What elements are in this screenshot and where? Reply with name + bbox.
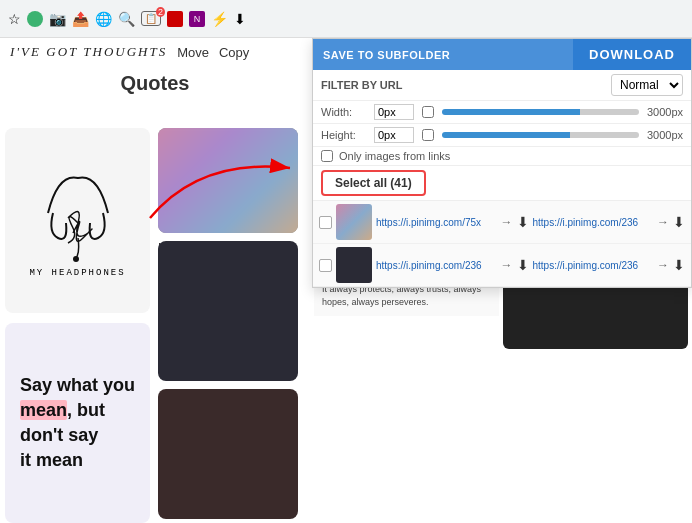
only-images-label: Only images from links xyxy=(339,150,450,162)
image-list: https://i.pinimg.com/75x → ⬇ https://i.p… xyxy=(313,201,691,287)
image-row-1: https://i.pinimg.com/75x → ⬇ https://i.p… xyxy=(313,201,691,244)
dark-image-2-content xyxy=(158,389,298,519)
blurred-image xyxy=(158,128,298,233)
width-min-input[interactable] xyxy=(374,104,414,120)
width-slider[interactable] xyxy=(442,109,639,115)
filter-input[interactable] xyxy=(408,76,605,94)
search-icon[interactable]: 🔍 xyxy=(118,11,135,27)
lightning-icon[interactable]: ⚡ xyxy=(211,11,228,27)
image-url-2: https://i.pinimg.com/236 xyxy=(376,260,497,271)
height-slider[interactable] xyxy=(442,132,639,138)
filter-by-url-label: FILTER BY URL xyxy=(321,79,402,91)
download-icon-2[interactable]: ⬇ xyxy=(517,257,529,273)
big-quote-card[interactable]: Say what you mean, but don't say it mean xyxy=(5,323,150,523)
select-all-button[interactable]: Select all (41) xyxy=(321,170,426,196)
image-checkbox-1[interactable] xyxy=(319,216,332,229)
svg-point-0 xyxy=(73,256,79,262)
camera-icon[interactable]: 📷 xyxy=(49,11,66,27)
only-images-row: Only images from links xyxy=(313,147,691,166)
purple-box-icon[interactable]: N xyxy=(189,11,205,27)
move-button[interactable]: Move xyxy=(177,45,209,60)
height-checkbox[interactable] xyxy=(422,129,434,141)
red-box-icon[interactable] xyxy=(167,11,183,27)
image-checkbox-2[interactable] xyxy=(319,259,332,272)
only-images-checkbox[interactable] xyxy=(321,150,333,162)
height-min-input[interactable] xyxy=(374,127,414,143)
arrow-icon-2b[interactable]: → xyxy=(657,258,669,272)
image-thumb-1 xyxy=(336,204,372,240)
dark-image-content xyxy=(158,241,298,381)
board-section: Quotes MY HEADPHONES xyxy=(0,68,310,99)
download-button[interactable]: DOWNLOAD xyxy=(573,39,691,70)
mean-highlight: mean xyxy=(20,400,67,420)
image-url-1b: https://i.pinimg.com/236 xyxy=(533,217,654,228)
copy-button[interactable]: Copy xyxy=(219,45,249,60)
pin-card-1[interactable] xyxy=(158,128,298,233)
downloader-panel: SAVE TO SUBFOLDER DOWNLOAD FILTER BY URL… xyxy=(312,38,692,288)
headphones-drawing xyxy=(28,163,128,263)
width-label: Width: xyxy=(321,106,366,118)
star-icon[interactable]: ☆ xyxy=(8,11,21,27)
board-title: Quotes xyxy=(0,68,310,99)
save-to-subfolder-label: SAVE TO SUBFOLDER xyxy=(313,41,460,69)
green-circle-icon[interactable] xyxy=(27,11,43,27)
normal-select[interactable]: Normal Custom Large xyxy=(611,74,683,96)
image-row-2: https://i.pinimg.com/236 → ⬇ https://i.p… xyxy=(313,244,691,287)
download-ext-icon[interactable]: ⬇ xyxy=(234,11,246,27)
download-icon-2b[interactable]: ⬇ xyxy=(673,257,685,273)
big-quote-text: Say what you mean, but don't say it mean xyxy=(20,373,135,474)
select-all-container: Select all (41) xyxy=(313,166,691,201)
image-thumb-2 xyxy=(336,247,372,283)
filter-row: FILTER BY URL Normal Custom Large xyxy=(313,70,691,101)
pin-card-3[interactable] xyxy=(158,389,298,519)
width-row: Width: 3000px xyxy=(313,101,691,124)
toolbar-icons: ☆ 📷 📤 🌐 🔍 2 📋 N ⚡ ⬇ xyxy=(8,11,246,27)
share-icon[interactable]: 📤 xyxy=(72,11,89,27)
arrow-icon-1[interactable]: → xyxy=(501,215,513,229)
height-label: Height: xyxy=(321,129,366,141)
download-icon-1b[interactable]: ⬇ xyxy=(673,214,685,230)
top-italic-text: I'VE GOT THOUGHTS xyxy=(10,44,167,60)
left-content: Quotes MY HEADPHONES xyxy=(0,38,310,523)
page-content: I'VE GOT THOUGHTS Move Copy Quotes xyxy=(0,38,692,523)
height-row: Height: 3000px xyxy=(313,124,691,147)
tab-counter-icon[interactable]: 2 📋 xyxy=(141,11,161,26)
download-icon-1[interactable]: ⬇ xyxy=(517,214,529,230)
headphones-card[interactable]: MY HEADPHONES xyxy=(5,128,150,313)
image-url-1: https://i.pinimg.com/75x xyxy=(376,217,497,228)
browser-toolbar: ☆ 📷 📤 🌐 🔍 2 📋 N ⚡ ⬇ xyxy=(0,0,692,38)
height-max: 3000px xyxy=(647,129,683,141)
headphones-label: MY HEADPHONES xyxy=(29,268,125,278)
width-max: 3000px xyxy=(647,106,683,118)
width-checkbox[interactable] xyxy=(422,106,434,118)
arrow-icon-2[interactable]: → xyxy=(501,258,513,272)
globe-icon[interactable]: 🌐 xyxy=(95,11,112,27)
image-url-2b: https://i.pinimg.com/236 xyxy=(533,260,654,271)
page-top-bar: I'VE GOT THOUGHTS Move Copy xyxy=(0,38,259,66)
pin-card-2[interactable] xyxy=(158,241,298,381)
arrow-icon-1b[interactable]: → xyxy=(657,215,669,229)
downloader-header: SAVE TO SUBFOLDER DOWNLOAD xyxy=(313,39,691,70)
